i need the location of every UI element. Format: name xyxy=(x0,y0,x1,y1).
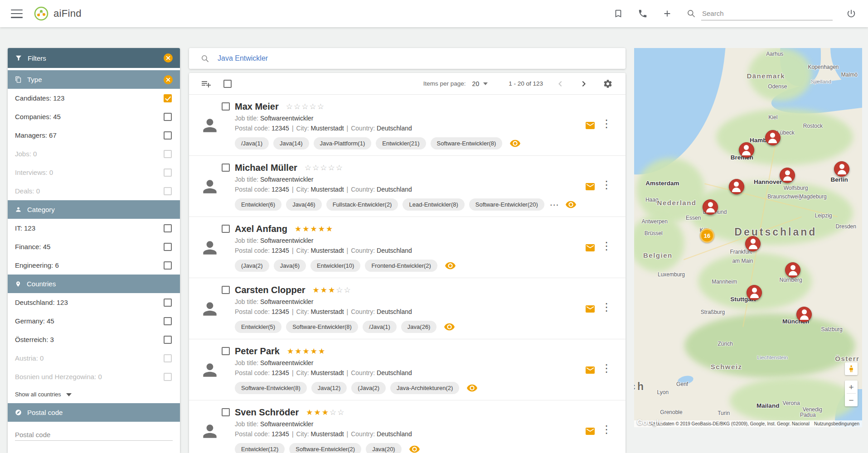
candidates-checkbox[interactable] xyxy=(164,94,172,102)
skill-tag[interactable]: Java(20) xyxy=(366,443,402,453)
filter-item-companies[interactable]: Companies: 45 xyxy=(8,107,180,126)
skill-tag[interactable]: Entwickler(6) xyxy=(235,198,281,211)
it-checkbox[interactable] xyxy=(164,224,172,232)
map-person-marker[interactable] xyxy=(747,285,762,300)
engineering-checkbox[interactable] xyxy=(164,261,172,270)
more-options-icon[interactable] xyxy=(601,179,612,190)
map-person-marker[interactable] xyxy=(780,168,795,183)
email-icon[interactable] xyxy=(585,426,596,437)
skill-tag[interactable]: Java(26) xyxy=(401,321,437,333)
candidate-row[interactable]: Sven Schröder ★★★☆☆ Job title: Softwaree… xyxy=(189,400,626,453)
skill-tag[interactable]: Lead-Entwickler(8) xyxy=(402,198,464,211)
email-icon[interactable] xyxy=(585,242,596,253)
search-icon[interactable] xyxy=(686,8,697,19)
filter-item-engineering[interactable]: Engineering: 6 xyxy=(8,256,180,275)
eye-icon[interactable] xyxy=(466,382,478,394)
candidate-row[interactable]: Axel Anfang ★★★★★ Job title: Softwareent… xyxy=(189,217,626,278)
skill-tag[interactable]: Entwickler(21) xyxy=(376,137,426,149)
email-icon[interactable] xyxy=(585,120,596,131)
oesterreich-checkbox[interactable] xyxy=(164,336,172,344)
candidate-name[interactable]: Peter Park xyxy=(235,346,280,357)
skill-tag[interactable]: Fullstack-Entwickler(2) xyxy=(326,198,398,211)
candidate-name[interactable]: Axel Anfang xyxy=(235,224,287,234)
playlist-add-icon[interactable] xyxy=(201,78,212,89)
germany-checkbox[interactable] xyxy=(164,317,172,325)
candidate-row[interactable]: Max Meier ☆☆☆☆☆ Job title: Softwareentwi… xyxy=(189,95,626,156)
skill-tag[interactable]: Java(14) xyxy=(273,137,309,149)
show-all-countries-button[interactable]: Show all countries xyxy=(8,386,180,403)
eye-icon[interactable] xyxy=(565,199,577,210)
menu-icon[interactable] xyxy=(11,10,23,18)
row-checkbox[interactable] xyxy=(222,102,230,111)
email-icon[interactable] xyxy=(585,304,596,314)
skill-tag[interactable]: Java-Architekturen(2) xyxy=(390,382,459,394)
results-search-input[interactable] xyxy=(218,54,614,63)
skill-tag[interactable]: (Java(2) xyxy=(235,260,269,272)
more-tags-icon[interactable] xyxy=(550,200,559,209)
row-checkbox[interactable] xyxy=(222,286,230,294)
add-icon[interactable] xyxy=(661,8,673,19)
select-all-checkbox[interactable] xyxy=(223,80,232,88)
skill-tag[interactable]: Software-Entwickler(20) xyxy=(469,198,544,211)
map-person-marker[interactable] xyxy=(703,199,718,215)
companies-checkbox[interactable] xyxy=(164,113,172,121)
zoom-out-button[interactable]: − xyxy=(845,394,858,406)
filter-item-oesterreich[interactable]: Österreich: 3 xyxy=(8,330,180,349)
filter-item-managers[interactable]: Managers: 67 xyxy=(8,126,180,145)
items-per-page-select[interactable]: 20 xyxy=(472,80,488,87)
pegman-icon[interactable] xyxy=(845,362,858,375)
eye-icon[interactable] xyxy=(409,443,420,453)
skill-tag[interactable]: Entwickler(12) xyxy=(235,443,285,453)
map-person-marker[interactable] xyxy=(729,179,744,194)
row-checkbox[interactable] xyxy=(222,408,230,416)
skill-tag[interactable]: Software-Entwickler(8) xyxy=(431,137,503,149)
deutschland-checkbox[interactable] xyxy=(164,299,172,307)
skill-tag[interactable]: Software-Entwickler(2) xyxy=(289,443,361,453)
eye-icon[interactable] xyxy=(509,138,521,149)
terms-link[interactable]: Nutzungsbedingungen xyxy=(814,421,859,426)
eye-icon[interactable] xyxy=(444,321,455,333)
more-options-icon[interactable] xyxy=(601,241,612,251)
phone-icon[interactable] xyxy=(637,8,649,19)
email-icon[interactable] xyxy=(585,181,596,192)
filter-item-germany[interactable]: Germany: 45 xyxy=(8,312,180,330)
map-person-marker[interactable] xyxy=(745,236,761,251)
managers-checkbox[interactable] xyxy=(164,131,172,140)
skill-tag[interactable]: Frontend-Entwickler(2) xyxy=(365,260,437,272)
map-cluster-marker[interactable]: 16 xyxy=(700,228,714,243)
more-options-icon[interactable] xyxy=(601,118,612,129)
map-person-marker[interactable] xyxy=(765,130,781,145)
candidate-name[interactable]: Max Meier xyxy=(235,101,279,112)
bookmark-icon[interactable] xyxy=(612,8,624,19)
skill-tag[interactable]: Java(46) xyxy=(286,198,322,211)
email-icon[interactable] xyxy=(585,365,596,376)
eye-icon[interactable] xyxy=(445,260,456,271)
global-search-input[interactable] xyxy=(701,7,833,20)
candidate-name[interactable]: Carsten Clopper xyxy=(235,285,305,295)
skill-tag[interactable]: Java(6) xyxy=(274,260,306,272)
previous-page-icon[interactable] xyxy=(554,77,567,90)
candidate-name[interactable]: Sven Schröder xyxy=(235,407,299,418)
more-options-icon[interactable] xyxy=(601,424,612,435)
map-person-marker[interactable] xyxy=(739,142,754,158)
filter-item-deutschland[interactable]: Deutschland: 123 xyxy=(8,293,180,312)
gear-icon[interactable] xyxy=(602,78,614,90)
skill-tag[interactable]: Entwickler(5) xyxy=(235,321,281,333)
skill-tag[interactable]: Java(12) xyxy=(311,382,347,394)
more-options-icon[interactable] xyxy=(601,363,612,374)
map-person-marker[interactable] xyxy=(834,161,849,177)
skill-tag[interactable]: Entwickler(10) xyxy=(310,260,360,272)
candidate-row[interactable]: Michael Müller ☆☆☆☆☆ Job title: Software… xyxy=(189,156,626,217)
map-canvas[interactable]: + − Google Kartendaten © 2019 GeoBasis-D… xyxy=(634,48,862,427)
skill-tag[interactable]: /Java(1) xyxy=(363,321,397,333)
filter-item-finance[interactable]: Finance: 45 xyxy=(8,237,180,256)
row-checkbox[interactable] xyxy=(222,347,230,355)
zoom-in-button[interactable]: + xyxy=(845,381,858,393)
skill-tag[interactable]: Java-Plattform(1) xyxy=(314,137,372,149)
candidate-row[interactable]: Peter Park ★★★★★ Job title: Softwareentw… xyxy=(189,339,626,400)
row-checkbox[interactable] xyxy=(222,164,230,172)
skill-tag[interactable]: Software-Entwickler(8) xyxy=(286,321,358,333)
next-page-icon[interactable] xyxy=(577,77,590,90)
clear-all-filters-icon[interactable] xyxy=(164,53,173,63)
power-icon[interactable] xyxy=(845,8,857,19)
